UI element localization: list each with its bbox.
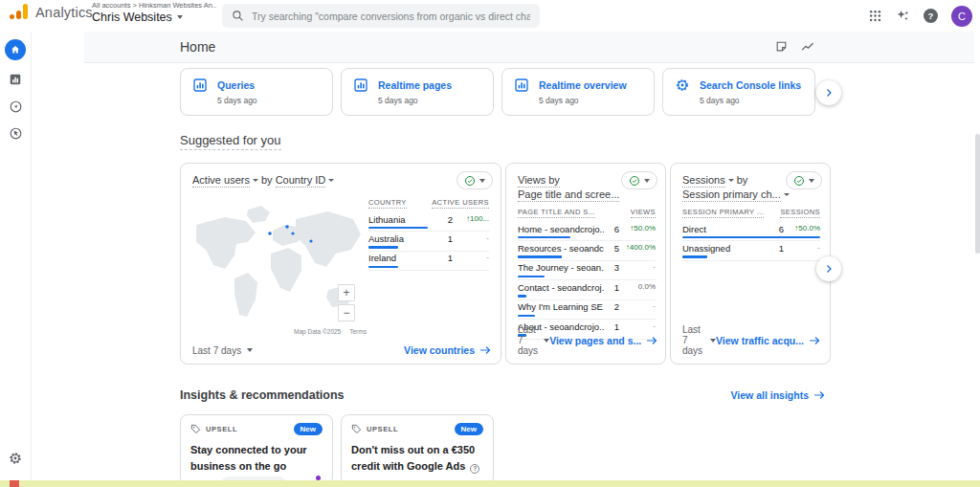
card-title[interactable]: Views by Page title and scree... [518, 173, 619, 203]
dimension-value: The Journey - seoan... [518, 263, 604, 273]
top-app-bar: Analytics All accounts > Hinksman Websit… [0, 0, 980, 32]
arrow-right-icon [809, 336, 820, 345]
card-status-dropdown[interactable] [621, 171, 657, 189]
column-header: PAGE TITLE AND S... [518, 208, 595, 218]
metric-value: 2 [437, 215, 453, 225]
table-row: Contact - seoandcroj...10.0% [518, 280, 656, 299]
metric-bar [518, 315, 535, 318]
metric-value: 6 [768, 225, 784, 234]
views-by-page-card: Views by Page title and scree... PAGE TI… [505, 163, 666, 365]
shortcut-label: Realtime pages [378, 79, 452, 91]
metric-bar [682, 236, 820, 239]
insights-sparkle-icon[interactable] [896, 9, 910, 23]
map-zoom-in-button[interactable]: + [338, 284, 355, 301]
date-range-dropdown[interactable]: Last 7 days [682, 324, 716, 356]
metric-bar [518, 276, 545, 278]
insight-upsell-card[interactable]: UPSELLNewStay connected to your business… [180, 414, 333, 485]
card-status-dropdown[interactable] [457, 171, 493, 189]
view-all-insights-link[interactable]: View all insights [731, 389, 826, 401]
sidebar-item-advertising[interactable] [8, 125, 23, 141]
arrow-right-icon [813, 390, 825, 400]
page-header: Home [84, 32, 974, 63]
sessions-by-channel-card: Sessions by Session primary ch... SESSIO… [670, 163, 831, 365]
dimension-value: Ireland [368, 254, 437, 263]
metric-bar [518, 236, 570, 239]
search-input[interactable] [252, 11, 530, 22]
view-traffic-link[interactable]: View traffic acqu... [716, 335, 820, 346]
table-row: Australia1- [368, 232, 489, 251]
table-header: SESSION PRIMARY ... SESSIONS [682, 208, 820, 222]
chevron-right-icon [823, 263, 835, 275]
insights-heading: Insights & recommendations [180, 388, 345, 402]
view-countries-link[interactable]: View countries [404, 344, 491, 356]
scroll-right-button[interactable] [816, 80, 841, 105]
upsell-label: UPSELL [367, 425, 398, 433]
account-switcher[interactable]: All accounts > Hinksman Websites An.. Ch… [92, 2, 216, 24]
caret-down-icon [784, 193, 790, 196]
shortcut-card[interactable]: Search Console links5 days ago [662, 68, 815, 116]
bottom-highlight-strip [0, 480, 980, 487]
notes-icon[interactable] [775, 40, 788, 53]
shortcut-timestamp: 5 days ago [700, 96, 803, 105]
trendline-icon[interactable] [801, 40, 815, 53]
card-status-dropdown[interactable] [786, 171, 822, 189]
help-icon: ? [470, 464, 479, 474]
sidebar-item-reports[interactable] [8, 72, 23, 87]
shortcut-card[interactable]: Realtime pages5 days ago [341, 68, 494, 116]
map-zoom-out-button[interactable]: − [338, 304, 355, 321]
dimension-value: Resources - seoandc... [518, 244, 604, 254]
column-header: SESSIONS [780, 208, 820, 218]
world-map[interactable]: + − [189, 202, 365, 330]
table-row: Resources - seoandc...5↑400.0% [518, 241, 656, 260]
caret-down-icon [644, 179, 650, 183]
apps-grid-icon[interactable] [868, 9, 882, 23]
dimension-value: Why I'm Learning SE... [518, 302, 604, 312]
table-row: Lithuania2↑100... [368, 212, 489, 232]
caret-down-icon [809, 179, 814, 183]
shortcut-card[interactable]: Queries5 days ago [180, 68, 333, 116]
scroll-right-button[interactable] [816, 256, 841, 281]
map-terms-link[interactable]: Terms [349, 328, 367, 335]
column-header: COUNTRY [368, 198, 407, 209]
card-title[interactable]: Sessions by Session primary ch... [682, 173, 790, 203]
dimension-value: Home - seoandcrojo... [518, 225, 604, 234]
metric-value: 1 [768, 244, 784, 254]
dimension-value: Contact - seoandcroj... [518, 283, 604, 293]
home-icon [10, 44, 21, 55]
table-row: Unassigned1- [682, 241, 820, 260]
advertising-icon [9, 126, 23, 141]
insight-text: Don't miss out on a €350 credit with Goo… [351, 442, 483, 474]
date-range-dropdown[interactable]: Last 7 days [518, 324, 549, 356]
active-users-by-country-card: Active users by Country ID [180, 163, 501, 365]
avatar[interactable]: C [951, 6, 972, 27]
sidebar-item-explore[interactable] [8, 99, 23, 114]
shortcut-card[interactable]: Realtime overview5 days ago [501, 68, 655, 116]
metric-value: 1 [437, 254, 453, 263]
caret-down-icon [177, 15, 183, 19]
change-value: - [619, 263, 656, 272]
help-icon[interactable]: ? [924, 9, 938, 23]
analytics-home-page: Analytics All accounts > Hinksman Websit… [0, 0, 980, 487]
date-range-dropdown[interactable]: Last 7 days [192, 345, 253, 356]
card-title[interactable]: Active users by Country ID [192, 173, 334, 188]
insight-upsell-card[interactable]: UPSELLNewDon't miss out on a €350 credit… [341, 414, 494, 485]
change-value: - [453, 254, 489, 262]
shortcut-label: Realtime overview [539, 79, 627, 91]
table-row: Direct6↑50.0% [682, 222, 820, 241]
analytics-logo[interactable]: Analytics [10, 4, 93, 20]
arrow-right-icon [646, 336, 657, 345]
reports-icon [9, 73, 22, 86]
vertical-scrollbar[interactable] [975, 134, 980, 254]
search-bar[interactable] [222, 4, 540, 28]
column-header: ACTIVE USERS [432, 198, 489, 209]
sidebar-item-admin[interactable] [8, 451, 23, 466]
insights-chart-icon [353, 77, 368, 93]
shortcut-timestamp: 5 days ago [378, 96, 481, 105]
sidebar-item-home[interactable] [5, 39, 26, 60]
upsell-label: UPSELL [206, 425, 237, 433]
metric-bar [518, 295, 526, 298]
change-value: - [784, 244, 820, 253]
view-pages-link[interactable]: View pages and s... [549, 335, 657, 346]
metric-bar [368, 266, 398, 269]
tag-icon [190, 424, 201, 434]
